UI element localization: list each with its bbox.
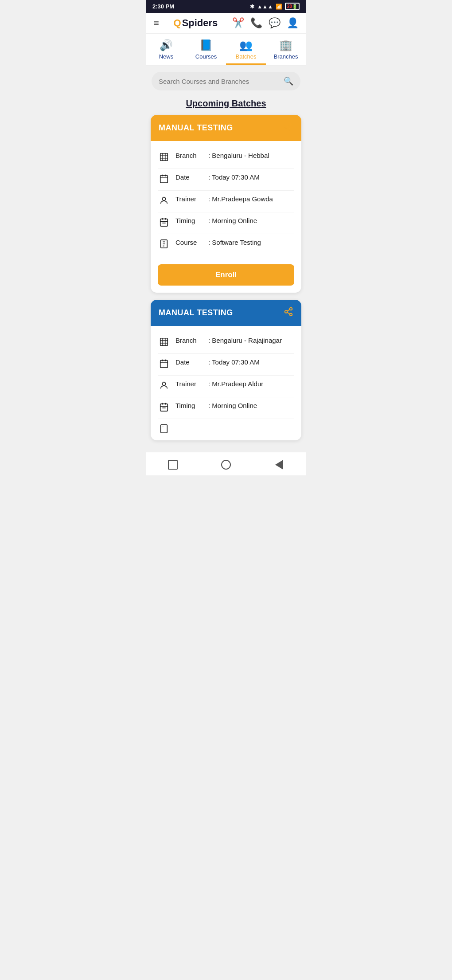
svg-rect-39	[160, 404, 168, 412]
news-icon: 🔊	[160, 39, 173, 51]
batch-card-1-course: : Software Testing	[208, 239, 294, 246]
batch-card-1-share[interactable]	[284, 122, 293, 134]
batch-card-1: MANUAL TESTING Branch : Bengaluru	[151, 115, 301, 293]
hamburger-menu[interactable]: ≡	[153, 17, 159, 29]
batch-card-2-date-row: Date : Today 07:30 AM	[158, 354, 294, 376]
batches-icon: 👥	[239, 39, 253, 51]
batch-card-1-trainer: : Mr.Pradeepa Gowda	[208, 195, 294, 203]
tab-news-label: News	[159, 53, 174, 60]
main-content: 🔍 Upcoming Batches MANUAL TESTING	[146, 66, 306, 452]
app-header: ≡ Q Spiders ✂️ 📞 💬 👤	[146, 13, 306, 34]
trainer-label-2: Trainer	[175, 380, 203, 388]
tab-courses-label: Courses	[195, 53, 217, 60]
tab-branches[interactable]: 🏢 Branches	[266, 37, 306, 65]
section-title: Upcoming Batches	[146, 93, 306, 115]
search-section: 🔍	[146, 66, 306, 93]
share-icon[interactable]: ✂️	[232, 17, 244, 29]
trainer-icon	[158, 196, 170, 208]
batch-card-1-branch-row: Branch : Bengaluru - Hebbal	[158, 147, 294, 169]
timing-icon-2	[158, 402, 170, 414]
svg-rect-5	[160, 153, 168, 161]
date-label-2: Date	[175, 358, 203, 366]
svg-point-14	[162, 197, 165, 200]
svg-rect-34	[160, 361, 168, 368]
tab-batches-label: Batches	[236, 53, 257, 60]
search-bar[interactable]: 🔍	[152, 72, 300, 90]
enroll-button-1[interactable]: Enroll	[158, 264, 294, 286]
nav-home-button[interactable]	[220, 459, 232, 471]
batch-card-2-timing: : Morning Online	[208, 402, 294, 409]
batch-card-1-branch: : Bengaluru - Hebbal	[208, 152, 294, 159]
batch-card-2-timing-row: Timing : Morning Online	[158, 397, 294, 419]
batch-card-2-header: MANUAL TESTING	[151, 300, 301, 326]
app-logo: Q Spiders	[174, 17, 218, 29]
branch-label: Branch	[175, 152, 203, 159]
trainer-label: Trainer	[175, 195, 203, 203]
batch-card-2-share[interactable]	[284, 307, 293, 319]
date-icon-2	[158, 359, 170, 371]
batch-card-1-header: MANUAL TESTING	[151, 115, 301, 141]
tab-news[interactable]: 🔊 News	[146, 37, 186, 65]
batch-card-1-timing-row: Timing : Morning Online	[158, 212, 294, 234]
timing-icon	[158, 217, 170, 229]
logo-q: Q	[174, 17, 181, 29]
nav-back-button[interactable]	[167, 459, 179, 471]
date-icon	[158, 174, 170, 186]
batch-card-1-course-row: Course : Software Testing	[158, 234, 294, 255]
course-icon	[158, 239, 170, 251]
batch-card-2-title: MANUAL TESTING	[159, 308, 233, 318]
battery-icon: 20🔋	[285, 3, 300, 10]
branches-icon: 🏢	[279, 39, 292, 51]
svg-rect-15	[160, 219, 168, 227]
trainer-icon-2	[158, 380, 170, 392]
batch-card-2-date: : Today 07:30 AM	[208, 358, 294, 366]
user-icon[interactable]: 👤	[287, 17, 299, 29]
batch-card-2-branch: : Bengaluru - Rajajinagar	[208, 337, 294, 344]
svg-line-28	[287, 310, 290, 311]
bottom-nav	[146, 452, 306, 475]
nav-triangle-icon	[275, 460, 283, 470]
phone-icon[interactable]: 📞	[250, 17, 262, 29]
whatsapp-icon[interactable]: 💬	[269, 17, 281, 29]
batch-card-1-date: : Today 07:30 AM	[208, 173, 294, 181]
tab-branches-label: Branches	[274, 53, 298, 60]
branch-icon-2	[158, 337, 170, 349]
batch-card-1-timing: : Morning Online	[208, 217, 294, 224]
nav-recents-button[interactable]	[273, 459, 285, 471]
status-time: 2:30 PM	[152, 3, 174, 10]
courses-icon: 📘	[199, 39, 213, 51]
status-icons: ✱ ▲▲▲ 📶 20🔋	[250, 3, 300, 10]
timing-label: Timing	[175, 217, 203, 224]
batch-card-2-trainer-row: Trainer : Mr.Pradeep Aldur	[158, 376, 294, 397]
svg-line-3	[287, 127, 290, 129]
branch-icon	[158, 152, 170, 164]
search-input[interactable]	[159, 78, 280, 85]
batch-card-2-trainer: : Mr.Pradeep Aldur	[208, 380, 294, 388]
tab-courses[interactable]: 📘 Courses	[186, 37, 226, 65]
signal-icon: ▲▲▲	[257, 4, 273, 10]
bluetooth-icon: ✱	[250, 4, 254, 10]
batch-card-1-trainer-row: Trainer : Mr.Pradeepa Gowda	[158, 191, 294, 212]
tab-batches[interactable]: 👥 Batches	[226, 37, 266, 65]
course-label: Course	[175, 239, 203, 246]
tab-bar: 🔊 News 📘 Courses 👥 Batches 🏢 Branches	[146, 34, 306, 66]
svg-line-27	[287, 312, 290, 314]
svg-line-4	[287, 125, 290, 126]
date-label: Date	[175, 173, 203, 181]
header-actions: ✂️ 📞 💬 👤	[232, 17, 299, 29]
logo-spiders: Spiders	[182, 17, 218, 29]
svg-rect-44	[161, 425, 168, 433]
status-bar: 2:30 PM ✱ ▲▲▲ 📶 20🔋	[146, 0, 306, 13]
batch-card-1-date-row: Date : Today 07:30 AM	[158, 169, 294, 191]
branch-label-2: Branch	[175, 337, 203, 344]
timing-label-2: Timing	[175, 402, 203, 409]
batch-card-2-course-row-partial	[158, 419, 294, 438]
svg-rect-29	[160, 338, 168, 346]
batch-card-1-body: Branch : Bengaluru - Hebbal Date : Today…	[151, 141, 301, 258]
batch-card-2: MANUAL TESTING Branch : Bengaluru	[151, 300, 301, 440]
search-icon[interactable]: 🔍	[284, 76, 293, 86]
svg-point-38	[162, 382, 165, 385]
wifi-icon: 📶	[276, 4, 282, 10]
svg-rect-10	[160, 176, 168, 183]
batch-card-2-body: Branch : Bengaluru - Rajajinagar Date : …	[151, 326, 301, 440]
